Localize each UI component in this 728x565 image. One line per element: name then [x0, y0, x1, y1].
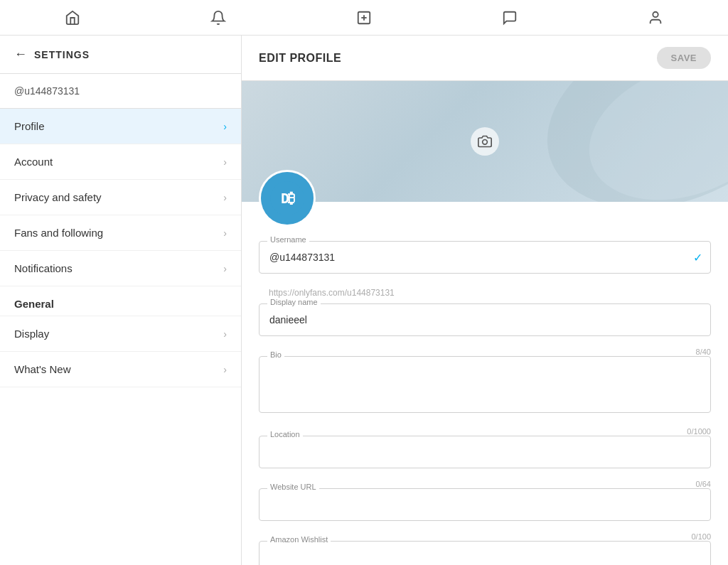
display-name-input[interactable] — [259, 303, 711, 336]
sidebar-item-label: Fans and following — [14, 227, 103, 239]
avatar-area: D₿ — [242, 170, 728, 227]
location-label: Location — [267, 430, 303, 438]
sidebar-item-label: Account — [14, 156, 53, 168]
add-post-icon[interactable] — [350, 4, 378, 32]
sidebar-username: @u144873131 — [0, 74, 241, 109]
chevron-icon: › — [223, 328, 227, 340]
svg-text:D₿: D₿ — [281, 190, 295, 207]
general-section-label: General — [0, 286, 241, 316]
website-input[interactable] — [259, 488, 711, 521]
sidebar-item-label: Notifications — [14, 262, 73, 274]
avatar-logo: D₿ — [261, 172, 314, 225]
bio-counter: 0/1000 — [259, 427, 711, 436]
sidebar-item-privacy[interactable]: Privacy and safety › — [0, 180, 241, 215]
display-name-counter: 8/40 — [259, 348, 711, 356]
sidebar-item-display[interactable]: Display › — [0, 316, 241, 352]
sidebar-item-fans[interactable]: Fans and following › — [0, 215, 241, 251]
sidebar-item-label: Display — [14, 328, 49, 340]
chevron-icon: › — [223, 227, 227, 239]
sidebar-item-label: Privacy and safety — [14, 191, 102, 203]
chevron-icon: › — [223, 156, 227, 168]
website-label: Website URL — [267, 483, 319, 491]
sidebar-item-account[interactable]: Account › — [0, 144, 241, 180]
main-layout: ← SETTINGS @u144873131 Profile › Account… — [0, 36, 728, 565]
location-input[interactable] — [259, 436, 711, 468]
amazon-label: Amazon Wishlist — [267, 535, 331, 544]
sidebar: ← SETTINGS @u144873131 Profile › Account… — [0, 36, 242, 565]
back-button[interactable]: ← — [14, 47, 27, 62]
content-header: EDIT PROFILE SAVE — [242, 36, 728, 81]
sidebar-item-label: Profile — [14, 120, 45, 132]
save-button[interactable]: SAVE — [657, 47, 711, 69]
sidebar-item-notifications[interactable]: Notifications › — [0, 251, 241, 286]
svg-point-6 — [483, 140, 488, 145]
chevron-icon: › — [223, 192, 227, 203]
website-group: Website URL — [259, 488, 711, 521]
username-url-hint: https://onlyfans.com/u144873131 — [259, 285, 711, 301]
location-counter: 0/64 — [259, 480, 711, 488]
username-label: Username — [267, 235, 309, 244]
sidebar-item-whats-new[interactable]: What's New › — [0, 352, 241, 387]
notifications-icon[interactable] — [204, 4, 232, 32]
location-group: Location — [259, 436, 711, 468]
amazon-input[interactable] — [259, 541, 711, 565]
edit-profile-content: EDIT PROFILE SAVE D₿ — [242, 36, 728, 565]
display-name-label: Display name — [267, 298, 321, 306]
sidebar-item-profile[interactable]: Profile › — [0, 109, 241, 144]
username-group: Username ✓ — [259, 241, 711, 274]
bio-input[interactable] — [259, 356, 711, 413]
settings-header: ← SETTINGS — [0, 36, 241, 74]
chevron-icon: › — [223, 364, 227, 375]
bio-label: Bio — [267, 350, 284, 359]
chevron-icon: › — [223, 121, 227, 132]
profile-icon[interactable] — [641, 4, 670, 32]
avatar[interactable]: D₿ — [259, 170, 316, 227]
messages-icon[interactable] — [496, 4, 524, 32]
form-area: Username ✓ https://onlyfans.com/u1448731… — [242, 241, 728, 565]
sidebar-item-label: What's New — [14, 363, 71, 375]
username-input[interactable] — [259, 241, 711, 274]
chevron-icon: › — [223, 263, 227, 274]
cover-camera-button[interactable] — [471, 127, 499, 156]
display-name-group: Display name — [259, 303, 711, 336]
svg-point-3 — [653, 11, 658, 16]
page-title: EDIT PROFILE — [259, 52, 341, 65]
username-check-icon: ✓ — [693, 251, 702, 264]
bio-group: Bio — [259, 356, 711, 416]
home-icon[interactable] — [58, 4, 87, 32]
amazon-group: Amazon Wishlist — [259, 541, 711, 565]
settings-title: SETTINGS — [34, 49, 90, 60]
top-nav — [0, 0, 728, 36]
